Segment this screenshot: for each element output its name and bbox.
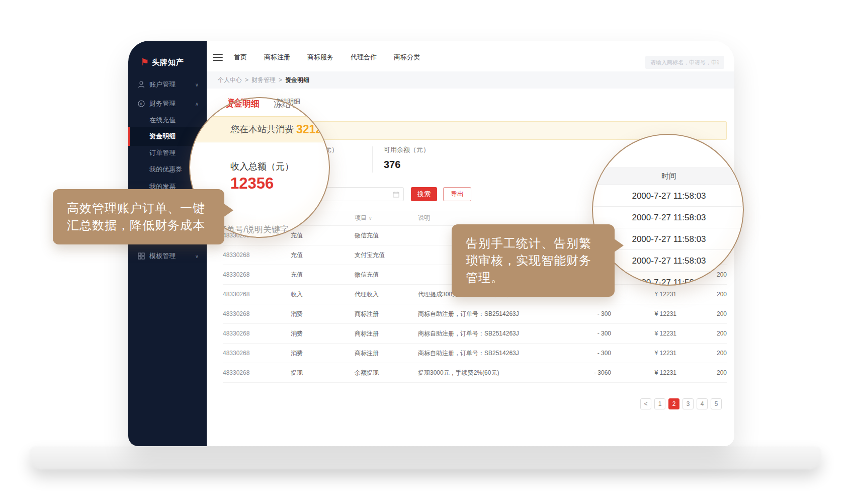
logo: ⚑ 头牌知产 [140,56,203,69]
table-row[interactable]: 48330268消费商标注册商标自助注册，订单号：SB2514263J- 300… [223,324,727,344]
laptop-base [30,446,821,469]
export-button[interactable]: 导出 [443,187,471,201]
col-description: 说明 [418,214,581,222]
callout-right: 告别手工统计、告别繁琐审核，实现智能财务管理。 [452,224,615,297]
template-icon [137,252,145,260]
sidebar-item-template[interactable]: 模板管理 ∨ [128,246,207,266]
flag-icon: ⚑ [140,57,149,67]
page-button-2-active[interactable]: 2 [668,398,679,409]
nav-item-trademark-register[interactable]: 商标注册 [264,51,290,64]
svg-text:¥: ¥ [139,102,142,106]
chevron-up-icon: ∧ [195,101,199,107]
callout-left: 高效管理账户订单、一键汇总数据，降低财务成本 [53,189,224,244]
magnified-time-cell: 2000-7-27 11:58:03 [593,207,744,228]
chevron-down-icon: ∨ [195,254,199,259]
calendar-icon [393,191,399,198]
user-icon [137,80,145,89]
breadcrumb-separator: > [279,76,282,83]
page-button-4[interactable]: 4 [697,398,708,409]
global-search [645,56,724,69]
breadcrumb-current: 资金明细 [285,76,309,85]
logo-text: 头牌知产 [152,58,184,67]
finance-icon: ¥ [137,100,145,108]
page-button-1[interactable]: 1 [654,398,665,409]
magnified-consumption-banner: 您在本站共消费 32124 7 [189,116,330,142]
sidebar-item-account[interactable]: 账户管理 ∨ [128,75,207,94]
page-button-5[interactable]: 5 [711,398,722,409]
table-row[interactable]: 48330268提现余额提现提现3000元，手续费2%(60元)- 3060¥ … [223,363,727,383]
stat-value: 376 [384,159,469,171]
table-row[interactable]: 48330268消费商标注册商标自助注册，订单号：SB2514263J- 300… [223,304,727,324]
magnified-income-label: 收入总额（元） [230,160,294,173]
magnified-time-cell: 2000-7-27 11:58:03 [593,185,744,207]
nav-links: 首页 商标注册 商标服务 代理合作 商标分类 [234,51,420,64]
sort-caret-icon: ∨ [369,216,372,221]
magnified-time-column-header: 时间 [593,167,744,185]
table-row[interactable]: 48330268消费商标注册商标自助注册，订单号：SB2514263J- 300… [223,344,727,363]
breadcrumb-separator: > [245,76,248,83]
stat-balance: 可用余额（元） 376 [384,145,469,171]
breadcrumb-item[interactable]: 个人中心 [218,76,242,85]
magnifier-bubble-right: 时间 2000-7-27 11:58:03 2000-7-27 11:58:03… [592,134,744,286]
col-project[interactable]: 项目∨ [355,214,418,222]
page-button-3[interactable]: 3 [683,398,694,409]
breadcrumb-item[interactable]: 财务管理 [251,76,276,85]
divider [372,146,373,173]
pagination: < 1 2 3 4 5 [640,398,722,409]
stat-label: 可用余额（元） [384,145,469,154]
nav-item-trademark-category[interactable]: 商标分类 [394,51,420,64]
nav-item-agent-cooperation[interactable]: 代理合作 [351,51,377,64]
search-input[interactable] [645,56,724,69]
chevron-down-icon: ∨ [195,82,199,88]
prev-page-button[interactable]: < [640,398,651,409]
breadcrumb: 个人中心 > 财务管理 > 资金明细 [207,71,734,89]
nav-item-trademark-service[interactable]: 商标服务 [307,51,333,64]
menu-icon[interactable] [213,54,223,61]
magnified-income-value: 12356 [230,175,274,193]
search-button[interactable]: 搜索 [411,187,437,201]
nav-item-home[interactable]: 首页 [234,51,247,64]
